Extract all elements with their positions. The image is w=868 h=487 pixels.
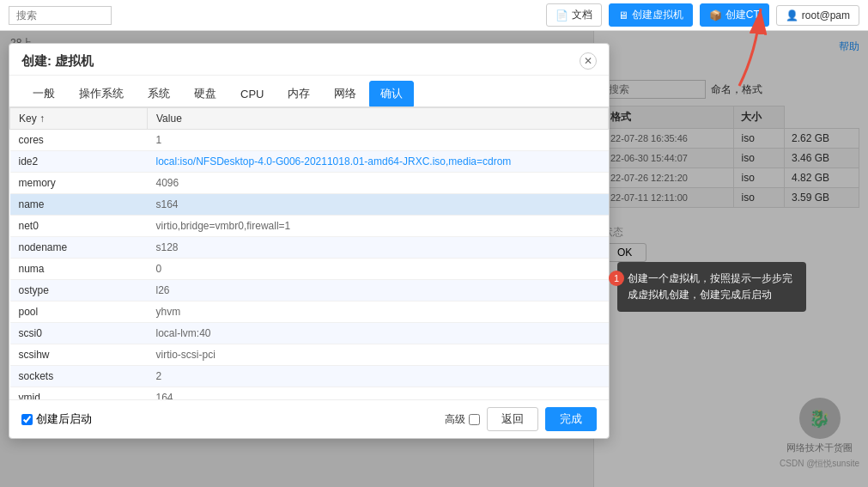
table-row: sockets2 [10, 366, 609, 387]
value-cell: yhvm [148, 301, 609, 323]
dialog-title: 创建: 虚拟机 [21, 53, 94, 70]
ct-icon: 📦 [709, 9, 722, 21]
user-label: root@pam [802, 9, 850, 21]
adv-label: 高级 [445, 412, 465, 427]
create-vm-button[interactable]: 🖥 创建虚拟机 [609, 3, 693, 27]
advanced-checkbox[interactable] [469, 414, 480, 425]
key-cell: scsi0 [10, 323, 148, 344]
table-row: scsihwvirtio-scsi-pci [10, 344, 609, 366]
tooltip-box: 1 创建一个虚拟机，按照提示一步步完成虚拟机创建，创建完成后启动 [617, 262, 806, 312]
back-button[interactable]: 返回 [487, 407, 538, 431]
kv-table-wrapper[interactable]: Key ↑ Value cores1ide2local:iso/NFSDeskt… [9, 107, 609, 399]
value-cell: virtio-scsi-pci [148, 344, 609, 366]
tab-内存[interactable]: 内存 [276, 81, 321, 107]
value-cell: virtio,bridge=vmbr0,firewall=1 [148, 216, 609, 237]
key-cell: name [10, 194, 148, 216]
table-row: scsi0local-lvm:40 [10, 323, 609, 344]
value-cell: 4096 [148, 173, 609, 194]
key-cell: pool [10, 301, 148, 323]
doc-icon: 📄 [555, 9, 568, 21]
table-row: numa0 [10, 259, 609, 280]
value-cell: 2 [148, 366, 609, 387]
tooltip-badge: 1 [609, 271, 624, 286]
tab-CPU[interactable]: CPU [229, 82, 275, 106]
auto-start-label: 创建后启动 [36, 411, 92, 427]
key-cell: scsihw [10, 344, 148, 366]
value-cell: s128 [148, 237, 609, 259]
key-cell: net0 [10, 216, 148, 237]
dialog-header: 创建: 虚拟机 ✕ [9, 44, 609, 76]
auto-start-checkbox[interactable] [21, 414, 33, 425]
table-row: poolyhvm [10, 301, 609, 323]
key-cell: sockets [10, 366, 148, 387]
value-cell: local-lvm:40 [148, 323, 609, 344]
tab-系统[interactable]: 系统 [137, 81, 181, 107]
create-vm-label: 创建虚拟机 [632, 8, 683, 22]
finish-button[interactable]: 完成 [545, 407, 597, 431]
value-cell: l26 [148, 280, 609, 301]
col-key: Key ↑ [10, 108, 148, 130]
kv-table: Key ↑ Value cores1ide2local:iso/NFSDeskt… [9, 107, 609, 399]
tab-操作系统[interactable]: 操作系统 [68, 81, 135, 107]
table-row: ide2local:iso/NFSDesktop-4.0-G006-202110… [10, 151, 609, 173]
create-ct-button[interactable]: 📦 创建CT [700, 3, 769, 27]
value-cell: 164 [148, 387, 609, 400]
user-button[interactable]: 👤 root@pam [776, 5, 859, 26]
toolbar: 📄 文档 🖥 创建虚拟机 📦 创建CT 👤 root@pam [0, 0, 868, 31]
search-input[interactable] [9, 6, 112, 25]
table-row: net0virtio,bridge=vmbr0,firewall=1 [10, 216, 609, 237]
value-cell: 0 [148, 259, 609, 280]
value-link[interactable]: local:iso/NFSDesktop-4.0-G006-20211018.0… [156, 155, 512, 167]
value-cell: local:iso/NFSDesktop-4.0-G006-20211018.0… [148, 151, 609, 173]
key-cell: numa [10, 259, 148, 280]
value-cell: 1 [148, 130, 609, 151]
table-row: names164 [10, 194, 609, 216]
tab-硬盘[interactable]: 硬盘 [183, 81, 228, 107]
dialog-close-button[interactable]: ✕ [580, 52, 597, 70]
dialog-body: Key ↑ Value cores1ide2local:iso/NFSDeskt… [9, 107, 609, 399]
table-row: nodenames128 [10, 237, 609, 259]
create-ct-label: 创建CT [725, 8, 760, 22]
col-value: Value [148, 108, 609, 130]
advanced-checkbox-row: 高级 [445, 412, 480, 427]
key-cell: vmid [10, 387, 148, 400]
key-cell: ide2 [10, 151, 148, 173]
value-cell: s164 [148, 194, 609, 216]
table-row: vmid164 [10, 387, 609, 400]
tooltip-text: 创建一个虚拟机，按照提示一步步完成虚拟机创建，创建完成后启动 [628, 272, 792, 301]
auto-start-checkbox-row: 创建后启动 [21, 411, 92, 427]
key-cell: ostype [10, 280, 148, 301]
dialog-footer: 创建后启动 高级 返回 完成 [9, 399, 609, 438]
create-vm-dialog: 创建: 虚拟机 ✕ 一般操作系统系统硬盘CPU内存网络确认 Key ↑ Valu… [9, 43, 610, 439]
tab-网络[interactable]: 网络 [323, 81, 367, 107]
key-cell: memory [10, 173, 148, 194]
monitor-icon: 🖥 [618, 9, 628, 21]
tab-一般[interactable]: 一般 [21, 81, 66, 107]
doc-button[interactable]: 📄 文档 [546, 3, 602, 27]
table-row: ostypel26 [10, 280, 609, 301]
doc-label: 文档 [572, 8, 592, 22]
user-icon: 👤 [786, 9, 798, 21]
key-cell: cores [10, 130, 148, 151]
key-cell: nodename [10, 237, 148, 259]
dialog-tabs: 一般操作系统系统硬盘CPU内存网络确认 [9, 76, 609, 107]
table-row: cores1 [10, 130, 609, 151]
table-row: memory4096 [10, 173, 609, 194]
tab-确认[interactable]: 确认 [369, 81, 414, 107]
